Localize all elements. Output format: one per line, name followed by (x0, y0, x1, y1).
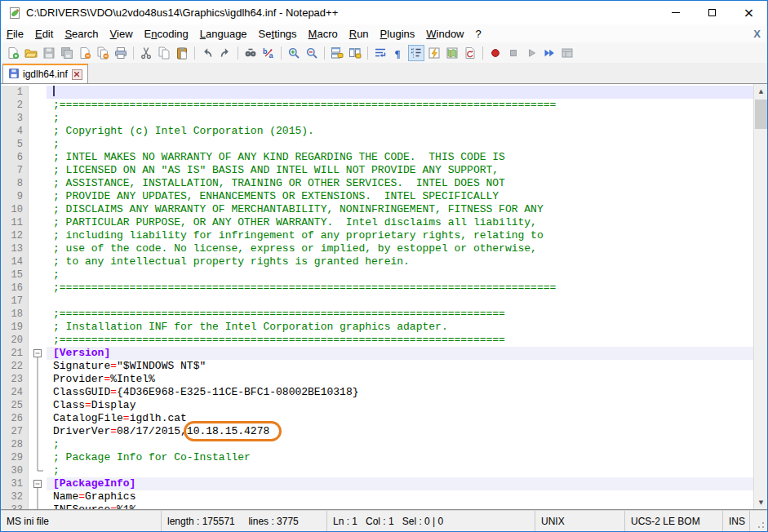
fold-marker-icon[interactable] (29, 347, 47, 360)
line-text[interactable]: DriverVer=08/17/2015,10.18.15.4278 (47, 425, 753, 438)
menubar-close-document-x[interactable]: X (753, 28, 761, 40)
scroll-down-icon[interactable]: ▼ (754, 495, 767, 509)
line-text[interactable]: ; (47, 112, 753, 125)
line-text[interactable]: INFSource=%1% (47, 503, 753, 509)
line-text[interactable]: ; PROVIDE ANY UPDATES, ENHANCEMENTS OR E… (47, 190, 753, 203)
copy-icon[interactable] (156, 45, 172, 61)
line-text[interactable]: ;=======================================… (47, 308, 753, 321)
fold-marker-icon (29, 412, 47, 425)
document-map-icon[interactable] (444, 45, 460, 61)
line-number: 2 (1, 99, 29, 112)
word-wrap-icon[interactable] (372, 45, 388, 61)
status-encoding[interactable]: UCS-2 LE BOM (625, 511, 723, 531)
line-text[interactable]: Provider=%Intel% (47, 373, 753, 386)
menu-language[interactable]: Language (194, 26, 253, 42)
line-text[interactable]: ; Package Info for Co-Installer (47, 451, 753, 464)
toolbar-separator (482, 47, 483, 60)
menu-settings[interactable]: Settings (253, 26, 303, 42)
tab-igdlh64-inf[interactable]: igdlh64.inf (2, 64, 88, 83)
line-text[interactable]: CatalogFile=igdlh.cat (47, 412, 753, 425)
line-text[interactable]: ; INTEL MAKES NO WARRANTY OF ANY KIND RE… (47, 151, 753, 164)
status-insert-mode[interactable]: INS (723, 511, 750, 531)
line-text[interactable]: Class=Display (47, 399, 753, 412)
line-text[interactable]: Signature="$WINDOWS NT$" (47, 360, 753, 373)
scroll-up-icon[interactable]: ▲ (754, 84, 767, 98)
menu-view[interactable]: View (104, 26, 139, 42)
line-text[interactable]: Name=Graphics (47, 490, 753, 503)
menu-run[interactable]: Run (344, 26, 375, 42)
minimize-button[interactable] (657, 1, 694, 24)
line-text[interactable]: ; DISCLAIMS ANY WARRANTY OF MERCHANTABIL… (47, 203, 753, 216)
line-text[interactable]: ; Copyright (c) Intel Corporation (2015)… (47, 125, 753, 138)
resize-grip[interactable] (750, 511, 767, 531)
macro-run-multiple-icon[interactable] (541, 45, 557, 61)
menu-plugins[interactable]: Plugins (375, 26, 421, 42)
paste-icon[interactable] (174, 45, 190, 61)
zoom-in-icon[interactable] (286, 45, 302, 61)
tab-close-icon[interactable] (72, 69, 82, 80)
line-number: 17 (1, 295, 29, 308)
menu-encoding[interactable]: Encoding (139, 26, 194, 42)
sync-v-scroll-icon[interactable] (329, 45, 345, 61)
line-text[interactable]: ;=======================================… (47, 334, 753, 347)
redo-icon[interactable] (217, 45, 233, 61)
close-all-icon[interactable] (95, 45, 111, 61)
replace-icon[interactable]: ba (260, 45, 277, 61)
macro-record-icon[interactable] (487, 45, 504, 61)
maximize-button[interactable] (694, 1, 730, 24)
undo-icon[interactable] (199, 45, 215, 61)
menu-help[interactable]: ? (470, 26, 487, 42)
line-text[interactable]: ; (47, 464, 753, 477)
show-all-characters-icon[interactable]: ¶ (390, 45, 406, 61)
editor-text-area[interactable]: 12;=====================================… (1, 84, 753, 509)
sync-h-scroll-icon[interactable] (347, 45, 363, 61)
macro-play-icon (523, 45, 539, 61)
line-text[interactable] (47, 295, 753, 308)
print-icon[interactable] (113, 45, 129, 61)
line-text[interactable]: ; ASSISTANCE, INSTALLATION, TRAINING OR … (47, 177, 753, 190)
menu-window[interactable]: Window (420, 26, 469, 42)
fold-margin (29, 164, 47, 177)
line-text[interactable]: ; Installation INF for the Intel Corpora… (47, 321, 753, 334)
line-text[interactable]: ; LICENSED ON AN "AS IS" BASIS AND INTEL… (47, 164, 753, 177)
line-text[interactable]: ; (47, 138, 753, 151)
line-text[interactable]: ; (47, 268, 753, 282)
line-text[interactable]: ClassGUID={4D36E968-E325-11CE-BFC1-08002… (47, 386, 753, 399)
line-text[interactable]: ; use of the code. No license, express o… (47, 242, 753, 255)
toolbar-separator (238, 47, 238, 60)
notepadpp-app-icon (8, 7, 21, 20)
line-text[interactable]: ;=======================================… (47, 99, 753, 112)
zoom-out-icon[interactable] (304, 45, 320, 61)
editor-line: 33INFSource=%1% (1, 503, 753, 509)
line-text[interactable]: [PackageInfo] (47, 477, 753, 490)
line-number: 14 (1, 255, 29, 268)
menu-edit[interactable]: Edit (29, 26, 59, 42)
fold-marker-icon[interactable] (29, 477, 47, 490)
editor-line: 2;======================================… (1, 99, 753, 112)
indent-guide-icon[interactable] (408, 45, 424, 61)
close-icon[interactable] (77, 45, 93, 61)
line-text[interactable]: ; to any intellectual property rights is… (47, 255, 753, 268)
open-icon[interactable] (23, 45, 39, 61)
document-switcher-icon[interactable] (462, 45, 478, 61)
line-text[interactable]: ; (47, 438, 753, 451)
function-list-icon[interactable] (426, 45, 442, 61)
line-text[interactable]: ; PARTICULAR PURPOSE, OR ANY OTHER WARRA… (47, 216, 753, 229)
menu-macro[interactable]: Macro (303, 26, 344, 42)
scrollbar-thumb[interactable] (755, 100, 767, 129)
line-text[interactable]: [Version] (47, 347, 753, 360)
line-text[interactable] (47, 86, 753, 99)
line-number: 11 (1, 216, 29, 229)
cut-icon[interactable] (138, 45, 154, 61)
close-button[interactable]: × (730, 1, 767, 24)
menu-file[interactable]: File (1, 26, 29, 42)
vertical-scrollbar[interactable]: ▲ ▼ (753, 84, 767, 509)
editor-line: 11; PARTICULAR PURPOSE, OR ANY OTHER WAR… (1, 216, 753, 229)
status-eol-format[interactable]: UNIX (535, 511, 625, 531)
editor-line: 26CatalogFile=igdlh.cat (1, 412, 753, 425)
new-file-icon[interactable] (5, 45, 21, 61)
line-text[interactable]: ;=======================================… (47, 282, 753, 295)
menu-search[interactable]: Search (59, 26, 104, 42)
find-icon[interactable] (242, 45, 259, 61)
line-text[interactable]: ; including liability for infringement o… (47, 229, 753, 242)
